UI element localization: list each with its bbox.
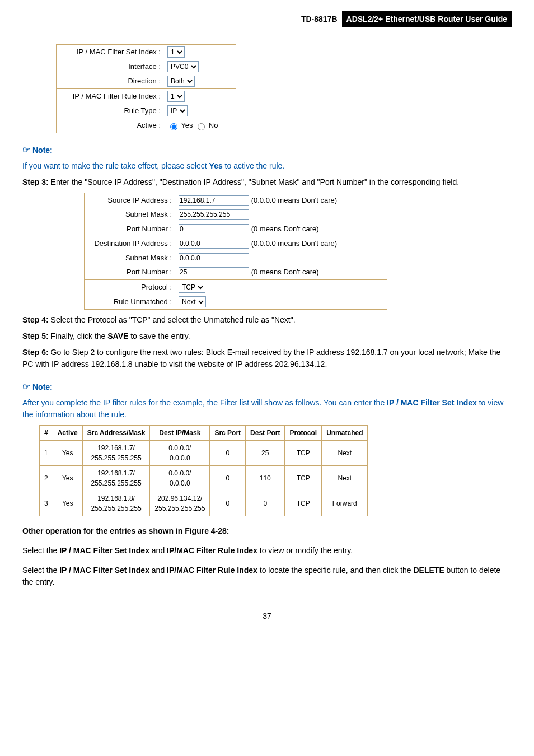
note-heading-2: ☞Note:	[22, 380, 512, 394]
table-header: Dest IP/Mask	[150, 425, 210, 440]
rule-type-select-label: Rule Type :	[57, 104, 164, 118]
dest-2-label: Port Number :	[85, 265, 175, 279]
step-5: Step 5: Finally, click the SAVE to save …	[22, 330, 512, 342]
table-header: Src Port	[210, 425, 246, 440]
protocol-select[interactable]: TCP	[179, 282, 205, 293]
pointer-icon: ☞	[22, 145, 30, 155]
table-header: #	[40, 425, 53, 440]
rule-unmatched-select[interactable]: Next	[179, 296, 206, 307]
note-text-2: After you complete the IP filter rules f…	[22, 397, 512, 421]
dest-0-input[interactable]	[179, 239, 249, 249]
source-2-input[interactable]	[179, 224, 249, 234]
source-0-hint: (0.0.0.0 means Don't care)	[251, 196, 338, 204]
rule-unmatched-select-label: Rule Unmatched :	[85, 295, 175, 309]
dest-0-hint: (0.0.0.0 means Don't care)	[251, 239, 338, 248]
note-heading: ☞Note:	[22, 143, 512, 157]
other-operation-line1: Select the IP / MAC Filter Set Index and…	[22, 545, 512, 557]
active-yes-radio[interactable]: Yes	[167, 121, 193, 129]
direction-select[interactable]: Both	[167, 76, 195, 87]
source-2-label: Port Number :	[85, 222, 175, 236]
filter-config-box1: IP / MAC Filter Set Index : 1Interface :…	[56, 44, 236, 133]
step-3: Step 3: Enter the "Source IP Address", "…	[22, 176, 512, 188]
interface-select-label: Interface :	[57, 59, 164, 74]
table-row: 2Yes192.168.1.7/ 255.255.255.2550.0.0.0/…	[40, 465, 368, 491]
table-header: Dest Port	[246, 425, 285, 440]
other-operation-heading: Other operation for the entries as shown…	[22, 525, 512, 537]
product-code: TD-8817B	[297, 11, 342, 27]
source-0-input[interactable]	[179, 195, 249, 206]
source-1-input[interactable]	[179, 209, 249, 220]
guide-title: ADSL2/2+ Ethernet/USB Router User Guide	[342, 11, 512, 27]
interface-select[interactable]: PVC0	[167, 61, 199, 72]
dest-2-input[interactable]	[179, 267, 249, 277]
protocol-select-label: Protocol :	[85, 279, 175, 295]
table-header: Src Address/Mask	[82, 425, 150, 440]
rule-type-select[interactable]: IP	[167, 105, 188, 116]
direction-select-label: Direction :	[57, 74, 164, 89]
active-no-radio[interactable]: No	[195, 121, 218, 129]
active-label: Active :	[57, 118, 164, 133]
table-row: 3Yes192.168.1.8/ 255.255.255.255202.96.1…	[40, 491, 368, 516]
dest-1-input[interactable]	[179, 253, 249, 263]
filter-rule-index[interactable]: 1	[167, 91, 185, 102]
table-header: Protocol	[285, 425, 322, 440]
page-number: 37	[22, 610, 512, 622]
other-operation-line2: Select the IP / MAC Filter Set Index and…	[22, 564, 512, 588]
source-1-label: Subnet Mask :	[85, 207, 175, 222]
table-row: 1Yes192.168.1.7/ 255.255.255.2550.0.0.0/…	[40, 440, 368, 465]
page-header: TD-8817BADSL2/2+ Ethernet/USB Router Use…	[22, 11, 512, 27]
filter-set-index-label: IP / MAC Filter Set Index :	[57, 45, 164, 59]
filter-result-table: #ActiveSrc Address/MaskDest IP/MaskSrc P…	[39, 425, 368, 516]
dest-1-label: Subnet Mask :	[85, 251, 175, 265]
filter-config-box2: Source IP Address : (0.0.0.0 means Don't…	[84, 193, 387, 310]
table-header: Unmatched	[322, 425, 368, 440]
pointer-icon: ☞	[22, 382, 30, 391]
filter-rule-index-label: IP / MAC Filter Rule Index :	[57, 89, 164, 104]
table-header: Active	[53, 425, 82, 440]
source-0-label: Source IP Address :	[85, 193, 175, 208]
step-6: Step 6: Go to Step 2 to configure the ne…	[22, 347, 512, 370]
dest-0-label: Destination IP Address :	[85, 236, 175, 251]
source-2-hint: (0 means Don't care)	[251, 225, 319, 233]
note-text-1: If you want to make the rule take effect…	[22, 160, 512, 172]
filter-set-index[interactable]: 1	[167, 46, 185, 58]
dest-2-hint: (0 means Don't care)	[251, 268, 319, 276]
step-4: Step 4: Select the Protocol as "TCP" and…	[22, 314, 512, 326]
